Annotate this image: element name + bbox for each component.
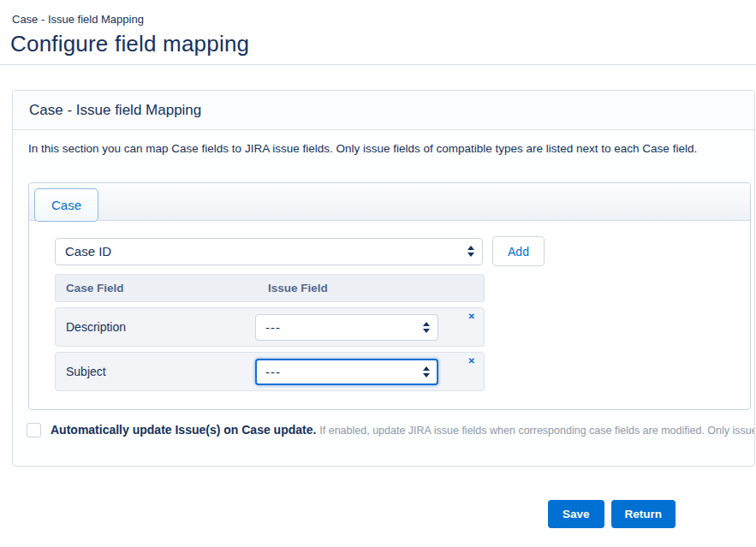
section-description: In this section you can map Case fields … — [28, 142, 739, 155]
case-field-label: Description — [56, 320, 255, 334]
tab-case[interactable]: Case — [34, 188, 98, 222]
mapping-tabset: Case Case ID Add Case Field Issue Field — [28, 182, 751, 410]
select-stepper-icon — [467, 246, 474, 257]
case-field-picker-select[interactable]: Case ID — [55, 238, 483, 265]
mapping-row-subject: Subject --- ✕ — [55, 352, 485, 391]
issue-field-value: --- — [265, 320, 281, 335]
auto-update-option: Automatically update Issue(s) on Case up… — [27, 423, 754, 438]
card-title: Case - Issue field Mapping — [13, 91, 754, 130]
select-stepper-icon — [423, 366, 430, 378]
issue-field-select-description[interactable]: --- — [255, 314, 438, 341]
tab-strip: Case — [29, 183, 750, 221]
auto-update-label: Automatically update Issue(s) on Case up… — [51, 423, 754, 438]
return-button[interactable]: Return — [611, 500, 676, 528]
remove-mapping-icon[interactable]: ✕ — [468, 312, 475, 321]
auto-update-help-text: If enabled, update JIRA issue fields whe… — [319, 425, 754, 437]
mapping-table-header: Case Field Issue Field — [55, 274, 485, 302]
issue-field-value: --- — [265, 365, 281, 379]
case-field-picker-value: Case ID — [65, 244, 111, 259]
column-header-issue-field: Issue Field — [255, 282, 328, 294]
auto-update-checkbox[interactable] — [27, 423, 41, 437]
issue-field-select-subject[interactable]: --- — [255, 359, 438, 385]
tab-panel: Case ID Add Case Field Issue Field Descr… — [29, 221, 750, 391]
column-header-case-field: Case Field — [56, 282, 255, 294]
field-mapping-card: Case - Issue field Mapping In this secti… — [12, 90, 755, 467]
save-button[interactable]: Save — [548, 500, 604, 528]
add-mapping-button[interactable]: Add — [492, 236, 545, 266]
case-field-label: Subject — [56, 365, 255, 378]
select-stepper-icon — [423, 322, 430, 333]
breadcrumb: Case - Issue field Mapping — [12, 13, 144, 26]
mapping-row-description: Description --- ✕ — [55, 307, 485, 347]
page-title: Configure field mapping — [10, 31, 249, 57]
action-bar: Save Return — [548, 500, 676, 528]
field-picker-row: Case ID Add — [55, 236, 750, 266]
header-divider — [0, 64, 756, 65]
mapping-table: Case Field Issue Field Description --- ✕… — [55, 274, 485, 391]
remove-mapping-icon[interactable]: ✕ — [468, 357, 475, 366]
